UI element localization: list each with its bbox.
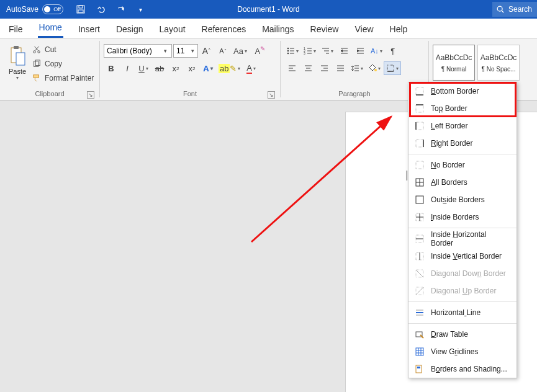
align-left-button[interactable] bbox=[284, 61, 299, 75]
menu-item-bshade[interactable]: Borders and Shading... bbox=[408, 360, 517, 378]
copy-button[interactable]: Copy bbox=[32, 58, 94, 70]
borders-dropdown-menu: Bottom BorderTop BorderLeft BorderRight … bbox=[408, 82, 517, 378]
borders-button[interactable] bbox=[384, 61, 401, 75]
save-icon[interactable] bbox=[73, 2, 88, 17]
menu-item-bdup: Diagonal Up Border bbox=[408, 282, 517, 300]
multilevel-button[interactable] bbox=[319, 44, 335, 58]
menu-item-bright[interactable]: Right Border bbox=[408, 135, 517, 152]
font-dialog-launcher[interactable]: ↘ bbox=[268, 91, 275, 99]
sort-button[interactable]: A↓ bbox=[369, 44, 384, 58]
svg-point-9 bbox=[38, 51, 40, 53]
menu-separator bbox=[408, 154, 517, 154]
font-size-combo[interactable]: ▾ bbox=[173, 44, 198, 58]
tab-view[interactable]: View bbox=[353, 20, 374, 38]
increase-indent-button[interactable] bbox=[353, 44, 368, 58]
tab-mailings[interactable]: Mailings bbox=[261, 20, 295, 38]
svg-rect-14 bbox=[34, 75, 39, 78]
menu-item-label: Inside Horizontal Border bbox=[431, 230, 510, 247]
menu-item-bddown: Diagonal Down Border bbox=[408, 265, 517, 282]
style-no-spacing[interactable]: AaBbCcDc ¶ No Spac... bbox=[477, 45, 520, 81]
chevron-down-icon[interactable]: ▾ bbox=[160, 48, 170, 54]
menu-item-grid[interactable]: View Gridlines bbox=[408, 343, 517, 360]
text-effects-button[interactable]: A bbox=[201, 61, 215, 75]
qat-customize[interactable]: ▾ bbox=[133, 2, 148, 17]
tab-layout[interactable]: Layout bbox=[158, 20, 187, 38]
svg-rect-82 bbox=[416, 348, 423, 355]
drawtbl-icon bbox=[415, 329, 425, 339]
tab-review[interactable]: Review bbox=[309, 20, 340, 38]
text-cursor bbox=[407, 171, 407, 180]
search-box[interactable]: Search bbox=[492, 2, 537, 17]
highlight-button[interactable]: ab✎ bbox=[217, 61, 242, 75]
grid-icon bbox=[415, 347, 425, 357]
menu-item-bin[interactable]: Inside Borders bbox=[408, 208, 517, 226]
font-color-button[interactable]: A bbox=[243, 61, 258, 75]
copy-icon bbox=[32, 60, 41, 68]
svg-rect-56 bbox=[416, 105, 423, 112]
menu-item-bhoriz[interactable]: Inside Horizontal Border bbox=[408, 230, 517, 247]
svg-rect-1 bbox=[79, 6, 83, 8]
align-center-button[interactable] bbox=[300, 61, 315, 75]
menu-item-bvert[interactable]: Inside Vertical Border bbox=[408, 247, 517, 265]
show-marks-button[interactable]: ¶ bbox=[386, 44, 400, 58]
increase-font-button[interactable]: A˄ bbox=[199, 44, 214, 58]
menu-item-bbottom[interactable]: Bottom Border bbox=[408, 82, 517, 100]
menu-item-btop[interactable]: Top Border bbox=[408, 100, 517, 117]
svg-point-15 bbox=[287, 48, 289, 50]
tab-help[interactable]: Help bbox=[389, 20, 409, 38]
tab-design[interactable]: Design bbox=[115, 20, 145, 38]
shading-button[interactable] bbox=[366, 61, 382, 75]
menu-item-ball[interactable]: All Borders bbox=[408, 174, 517, 191]
clipboard-dialog-launcher[interactable]: ↘ bbox=[87, 91, 94, 99]
redo-button[interactable] bbox=[113, 2, 128, 17]
tab-insert[interactable]: Insert bbox=[77, 20, 101, 38]
menu-item-bnone[interactable]: No Border bbox=[408, 156, 517, 174]
tab-file[interactable]: File bbox=[7, 20, 24, 38]
btop-icon bbox=[415, 104, 425, 114]
subscript-button[interactable]: x2 bbox=[168, 61, 183, 75]
italic-button[interactable]: I bbox=[120, 61, 135, 75]
menu-item-label: Bottom Border bbox=[431, 87, 479, 96]
svg-rect-52 bbox=[387, 65, 394, 71]
menu-item-drawtbl[interactable]: Draw Table bbox=[408, 326, 517, 343]
underline-button[interactable]: U bbox=[136, 61, 151, 75]
menu-item-bleft[interactable]: Left Border bbox=[408, 117, 517, 135]
menu-item-label: Borders and Shading... bbox=[431, 365, 507, 373]
format-painter-button[interactable]: Format Painter bbox=[32, 72, 94, 84]
format-painter-icon bbox=[32, 74, 41, 82]
clear-format-button[interactable]: A✎ bbox=[250, 44, 265, 58]
tab-references[interactable]: References bbox=[201, 20, 248, 38]
cut-button[interactable]: Cut bbox=[32, 43, 94, 56]
strikethrough-button[interactable]: ab bbox=[152, 61, 167, 75]
undo-button[interactable] bbox=[93, 2, 108, 17]
decrease-indent-button[interactable] bbox=[336, 44, 351, 58]
menu-item-bout[interactable]: Outside Borders bbox=[408, 191, 517, 208]
align-right-button[interactable] bbox=[317, 61, 332, 75]
chevron-down-icon[interactable]: ▾ bbox=[187, 48, 197, 54]
borders-icon bbox=[386, 64, 395, 73]
superscript-button[interactable]: x2 bbox=[184, 61, 199, 75]
svg-line-75 bbox=[416, 270, 423, 277]
numbering-button[interactable]: 123 bbox=[302, 44, 318, 58]
svg-rect-60 bbox=[416, 140, 423, 147]
menu-item-label: Diagonal Up Border bbox=[431, 287, 496, 295]
paragraph-group-label: Paragraph bbox=[338, 90, 370, 97]
svg-rect-54 bbox=[416, 87, 423, 95]
line-spacing-button[interactable] bbox=[349, 61, 365, 75]
change-case-button[interactable]: Aa bbox=[232, 44, 249, 58]
tab-home[interactable]: Home bbox=[38, 19, 63, 38]
paste-button[interactable]: Paste ▾ bbox=[4, 41, 31, 84]
style-normal[interactable]: AaBbCcDc ¶ Normal bbox=[433, 45, 475, 81]
font-name-combo[interactable]: ▾ bbox=[104, 44, 172, 58]
decrease-font-button[interactable]: A˅ bbox=[215, 44, 230, 58]
menu-item-label: Inside Vertical Border bbox=[431, 252, 502, 261]
justify-button[interactable] bbox=[333, 61, 348, 75]
menu-separator bbox=[408, 228, 517, 228]
menu-item-hline[interactable]: Horizontal Line bbox=[408, 304, 517, 321]
svg-line-10 bbox=[35, 47, 38, 51]
autosave-toggle[interactable]: Off bbox=[42, 4, 63, 14]
bullets-button[interactable] bbox=[284, 44, 300, 58]
bold-button[interactable]: B bbox=[104, 61, 119, 75]
menu-item-label: Diagonal Down Border bbox=[431, 269, 506, 278]
multilevel-icon bbox=[321, 47, 330, 55]
